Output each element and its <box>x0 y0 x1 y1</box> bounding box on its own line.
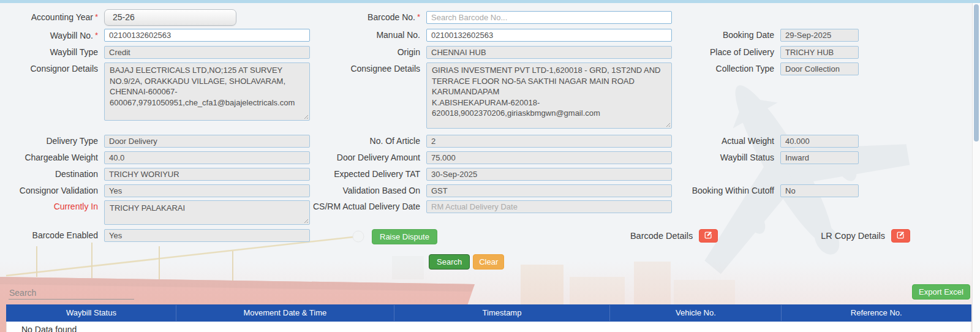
waybill-type-label: Waybill Type <box>5 46 104 59</box>
expected-delivery-tat-input[interactable] <box>426 168 672 181</box>
actual-weight-input[interactable] <box>780 135 859 148</box>
results-table: Waybill Status Movement Date & Time Time… <box>6 304 971 332</box>
results-table-header: Waybill Status Movement Date & Time Time… <box>6 304 971 322</box>
no-data-row: No Data found <box>6 322 971 332</box>
barcode-enabled-label: Barcode Enabled <box>5 229 104 242</box>
scrollbar-thumb[interactable] <box>974 4 979 141</box>
barcode-enabled-input[interactable] <box>104 229 310 242</box>
vertical-scrollbar[interactable] <box>972 3 980 332</box>
consignor-details-textarea[interactable]: BAJAJ ELECTRICALS LTD,NO;125 AT SURVEY N… <box>104 62 310 121</box>
raise-dispute-button[interactable]: Raise Dispute <box>372 229 437 244</box>
accounting-year-label: Accounting Year* <box>5 10 104 24</box>
validation-based-on-input[interactable] <box>426 184 672 197</box>
door-delivery-amount-input[interactable] <box>426 151 672 164</box>
door-delivery-amount-label: Door Delivery Amount <box>312 151 426 164</box>
consignor-validation-input[interactable] <box>104 184 310 197</box>
export-excel-button[interactable]: Export Excel <box>912 284 970 300</box>
manual-no-label: Manual No. <box>312 29 426 42</box>
cs-rm-actual-delivery-date-input[interactable] <box>426 200 672 213</box>
waybill-status-input[interactable] <box>780 151 859 164</box>
destination-input[interactable] <box>104 168 310 181</box>
no-of-article-label: No. Of Article <box>312 135 426 148</box>
lr-copy-details-edit-button[interactable] <box>891 229 910 243</box>
actual-weight-label: Actual Weight <box>675 135 780 148</box>
chargeable-weight-label: Chargeable Weight <box>5 151 104 164</box>
column-header-vehicle-no: Vehicle No. <box>610 305 782 321</box>
search-button[interactable]: Search <box>429 254 470 270</box>
column-header-reference-no: Reference No. <box>782 305 971 321</box>
manual-no-input[interactable] <box>426 29 672 42</box>
booking-within-cutoff-input[interactable] <box>780 184 859 197</box>
destination-label: Destination <box>5 168 104 181</box>
validation-based-on-label: Validation Based On <box>312 184 426 197</box>
place-of-delivery-label: Place of Delivery <box>675 46 780 59</box>
column-header-timestamp: Timestamp <box>394 305 611 321</box>
expected-delivery-tat-label: Expected Delivery TAT <box>312 168 426 181</box>
column-header-waybill-status: Waybill Status <box>7 305 176 321</box>
currently-in-label: Currently In <box>5 200 104 213</box>
booking-within-cutoff-label: Booking Within Cutoff <box>675 184 780 197</box>
required-asterisk: * <box>417 12 420 21</box>
consignee-details-label: Consignee Details <box>312 62 426 75</box>
waybill-status-label: Waybill Status <box>675 151 780 164</box>
origin-label: Origin <box>312 46 426 59</box>
origin-input[interactable] <box>426 46 672 59</box>
chargeable-weight-input[interactable] <box>104 151 310 164</box>
edit-icon <box>897 231 905 241</box>
table-search-input[interactable] <box>9 287 134 300</box>
collection-type-input[interactable] <box>780 62 859 75</box>
waybill-no-label: Waybill No.* <box>5 29 104 42</box>
collection-type-label: Collection Type <box>675 62 780 75</box>
required-asterisk: * <box>95 12 98 21</box>
waybill-form: Accounting Year* 25-26 Barcode No.* Wayb… <box>0 3 980 270</box>
delivery-type-label: Delivery Type <box>5 135 104 148</box>
barcode-details-edit-button[interactable] <box>699 229 718 243</box>
barcode-no-input[interactable] <box>426 11 672 24</box>
currently-in-textarea[interactable]: TRICHY PALAKARAI <box>104 200 310 225</box>
results-section: Export Excel Waybill Status Movement Dat… <box>0 284 980 332</box>
waybill-type-input[interactable] <box>104 46 310 59</box>
edit-icon <box>704 231 712 241</box>
consignor-validation-label: Consignor Validation <box>5 184 104 197</box>
no-of-article-input[interactable] <box>426 135 672 148</box>
barcode-details-label: Barcode Details <box>630 229 693 243</box>
clear-button[interactable]: Clear <box>473 254 504 270</box>
barcode-no-label: Barcode No.* <box>312 10 426 24</box>
booking-date-label: Booking Date <box>675 29 780 42</box>
cs-rm-actual-delivery-date-label: CS/RM Actual Delivery Date <box>312 200 426 213</box>
column-header-movement-date-time: Movement Date & Time <box>176 305 394 321</box>
consignor-details-label: Consignor Details <box>5 62 104 75</box>
accounting-year-select[interactable]: 25-26 <box>104 9 236 26</box>
lr-copy-details-label: LR Copy Details <box>821 229 885 243</box>
required-asterisk: * <box>95 31 98 40</box>
place-of-delivery-input[interactable] <box>780 46 859 59</box>
booking-date-input[interactable] <box>780 29 859 42</box>
consignee-details-textarea[interactable]: GIRIAS INVESTMENT PVT LTD-1,620018 - GRD… <box>426 62 672 129</box>
delivery-type-input[interactable] <box>104 135 310 148</box>
waybill-no-input[interactable] <box>104 29 310 42</box>
